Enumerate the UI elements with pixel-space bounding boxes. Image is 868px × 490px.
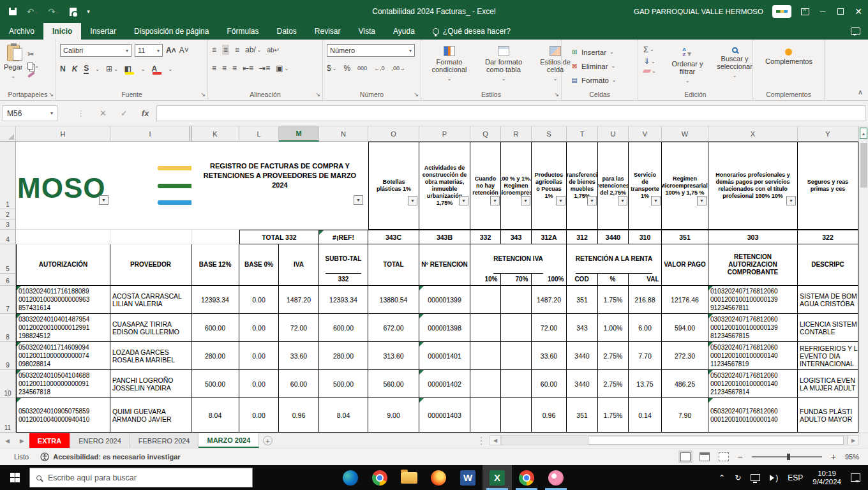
cell-o7[interactable]: 13880.54 [368, 286, 419, 314]
cell-l7[interactable]: 0.00 [239, 286, 279, 314]
clock[interactable]: 10:19 9/4/2024 [812, 470, 841, 486]
cell-q9[interactable] [470, 342, 501, 370]
format-cells-button[interactable]: ▤ Formato⌄ [571, 74, 617, 86]
filter-dropdown-u1[interactable]: ▼ [618, 196, 627, 205]
header-autorizacion[interactable]: AUTORIZACIÓN [16, 244, 110, 286]
header-100[interactable]: 100% [532, 274, 567, 285]
font-color-icon[interactable]: A [152, 64, 162, 73]
row-header-1[interactable]: 1 [0, 142, 16, 209]
header-cell-p1[interactable]: Actividades de construcción de obra mate… [419, 142, 470, 230]
zoom-in-icon[interactable]: + [831, 452, 836, 462]
enter-icon[interactable]: ✓ [121, 108, 128, 118]
cell-n10[interactable]: 500.00 [319, 370, 368, 398]
header-cell-o1[interactable]: Botellas plásticas 1% ▼ [368, 142, 419, 230]
decrease-indent-icon[interactable]: ⇤≡ [243, 64, 253, 73]
cell-l10[interactable]: 0.00 [239, 370, 279, 398]
cell-q11[interactable] [470, 398, 501, 433]
header-10[interactable]: 10% [470, 274, 501, 285]
title-cell[interactable]: REGISTRO DE FACTURAS DE COMPRA Y RETENCI… [191, 142, 368, 230]
increase-font-icon[interactable]: A˄ [166, 46, 176, 55]
row-header-8[interactable]: 8 [0, 314, 16, 342]
cell-i7[interactable]: ACOSTA CARRASCALLILIAN VALERIA [110, 286, 191, 314]
cell-r8[interactable] [501, 314, 532, 342]
taskbar-chrome[interactable] [365, 465, 394, 490]
header-valor-pago[interactable]: VALOR PAGO [662, 244, 708, 286]
start-button[interactable] [0, 465, 29, 490]
cell-o10[interactable]: 560.00 [368, 370, 419, 398]
cell-y4[interactable]: 322 [798, 230, 858, 244]
cell-n11[interactable]: 8.04 [319, 398, 368, 433]
clipboard-dialog-launcher-icon[interactable]: ↘ [49, 91, 54, 98]
filter-dropdown-h1[interactable]: ▼ [99, 195, 108, 205]
column-header-v[interactable]: V [629, 126, 662, 142]
header-cell-t1[interactable]: Transferencia de bienes muebles 1,75% ▼ [567, 142, 598, 230]
action-center-icon[interactable] [851, 473, 860, 482]
cell-t8[interactable]: 343 [567, 314, 598, 342]
minimize-button[interactable]: ─ [818, 7, 827, 16]
header-retencion-renta[interactable]: RETENCIÓN A LA RENTA COD % VAL [567, 244, 662, 286]
cell-k8[interactable]: 600.00 [191, 314, 239, 342]
cell-l9[interactable]: 0.00 [239, 342, 279, 370]
header-subtotal[interactable]: SUBTO-TAL 332 [319, 244, 368, 286]
cell-m10[interactable]: 60.00 [279, 370, 319, 398]
cell-h4[interactable] [16, 230, 110, 244]
cell-v10[interactable]: 13.75 [629, 370, 662, 398]
header-cell-v1[interactable]: Servicio de transporte 1% ▼ [629, 142, 662, 230]
align-left-icon[interactable]: ≡ [212, 64, 216, 73]
column-header-n[interactable]: N [319, 126, 368, 142]
tab-inicio[interactable]: Inicio [43, 23, 81, 40]
cell-t7[interactable]: 351 [567, 286, 598, 314]
cell-p8[interactable]: 000001398 [419, 314, 470, 342]
paste-button[interactable]: Pegar ⌄ [4, 45, 22, 80]
sheet-tab-enero[interactable]: ENERO 2024 [70, 433, 130, 448]
filter-dropdown-q1[interactable]: ▼ [490, 196, 500, 205]
header-cod[interactable]: COD [567, 274, 598, 285]
cell-v9[interactable]: 7.70 [629, 342, 662, 370]
header-cell-u1[interactable]: para las retenciones del 2,75% ▼ [598, 142, 629, 230]
cell-h8[interactable]: 0303202401040148795400120020010000012991… [16, 314, 110, 342]
accessibility-status[interactable]: Accesibilidad: es necesario investigar [40, 452, 180, 461]
cell-w10[interactable]: 486.25 [662, 370, 708, 398]
find-select-button[interactable]: Buscar y seleccionar ⌄ [714, 47, 756, 80]
cell-k11[interactable]: 8.04 [191, 398, 239, 433]
header-total[interactable]: TOTAL [368, 244, 419, 286]
font-dialog-launcher-icon[interactable]: ↘ [200, 91, 206, 98]
zoom-level[interactable]: 95% [845, 453, 859, 461]
cell-k10[interactable]: 500.00 [191, 370, 239, 398]
header-val[interactable]: VAL [629, 274, 662, 285]
taskbar-edge[interactable] [336, 465, 365, 490]
cell-u8[interactable]: 1.00% [598, 314, 629, 342]
cell-i9[interactable]: LOZADA GARCESROSALBA MARIBEL [110, 342, 191, 370]
merge-center-icon[interactable]: ▣⌄ [276, 64, 288, 73]
cell-o8[interactable]: 672.00 [368, 314, 419, 342]
cell-p4[interactable]: 343B [419, 230, 470, 244]
cell-k9[interactable]: 280.00 [191, 342, 239, 370]
cell-t11[interactable]: 351 [567, 398, 598, 433]
cell-q7[interactable] [470, 286, 501, 314]
zoom-out-icon[interactable]: − [738, 452, 743, 462]
header-iva[interactable]: IVA [279, 244, 319, 286]
zoom-slider[interactable] [752, 456, 822, 457]
cell-i4[interactable] [110, 230, 191, 244]
column-header-w[interactable]: W [662, 126, 708, 142]
cell-s9[interactable]: 33.60 [532, 342, 567, 370]
align-bottom-icon[interactable]: ≡ [235, 45, 239, 54]
cell-w8[interactable]: 594.00 [662, 314, 708, 342]
cell-i8[interactable]: CUASAPAZ TIRIRAEDISON GUILLERMO [110, 314, 191, 342]
row-header-3[interactable]: 3 [0, 219, 16, 230]
tab-disposicion[interactable]: Disposición de página [125, 23, 218, 40]
cell-k7[interactable]: 12393.34 [191, 286, 239, 314]
header-base12[interactable]: BASE 12% [191, 244, 239, 286]
cell-i10[interactable]: PANCHI LOGROÑOJOSSELIN YADIRA [110, 370, 191, 398]
conditional-formatting-button[interactable]: Formato condicional ⌄ [429, 46, 470, 83]
insert-cells-button[interactable]: ⊞ Insertar⌄ [571, 46, 614, 58]
cell-s8[interactable]: 72.00 [532, 314, 567, 342]
header-descripcion[interactable]: DESCRIPC [798, 244, 858, 286]
select-all-corner[interactable] [0, 126, 16, 142]
cell-i11[interactable]: QUIMI GUEVARAARMANDO JAVIER [110, 398, 191, 433]
cut-icon[interactable]: ✂ [27, 50, 39, 59]
cell-lm4[interactable]: TOTAL 332 [239, 230, 319, 244]
decrease-decimal-icon[interactable]: ,00→ [392, 65, 406, 71]
delete-cells-button[interactable]: ⊠ Eliminar⌄ [571, 60, 615, 72]
tab-vista[interactable]: Vista [350, 23, 384, 40]
